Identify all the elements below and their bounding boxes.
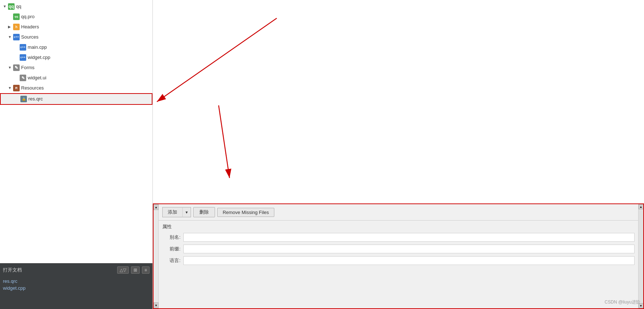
bottom-bar: 打开文档 △▽ ⊞ ≡: [0, 263, 152, 276]
doc-list: res.qrc widget.cpp: [0, 276, 152, 309]
resource-editor-inner: 添加 ▼ 删除 Remove Missing Files 属性 别名:: [159, 204, 638, 308]
icon-main-cpp: c++: [20, 44, 26, 51]
svg-line-2: [157, 18, 277, 102]
input-prefix[interactable]: [183, 245, 635, 253]
file-tree[interactable]: ▼ qq qq ▶ qq qq.pro ▶ h Headers ▼ c++ So…: [0, 0, 152, 263]
tree-label-forms: Forms: [21, 64, 35, 72]
delete-button[interactable]: 删除: [193, 207, 215, 217]
tree-item-resources[interactable]: ▼ R Resources: [0, 83, 152, 93]
resource-editor: ▲ ▼ 添加 ▼ 删除 Remove Missing Files 属性: [153, 203, 644, 309]
annotation-arrows: [153, 0, 644, 203]
tree-item-qq-pro[interactable]: ▶ qq qq.pro: [0, 12, 152, 22]
tree-label-widget-cpp: widget.cpp: [28, 54, 50, 62]
tree-item-sources[interactable]: ▼ c++ Sources: [0, 32, 152, 42]
right-scroll-up[interactable]: ▲: [639, 204, 644, 209]
properties-section: 属性 别名: 前缀: 语言:: [159, 221, 638, 271]
tree-arrow-forms: ▼: [8, 64, 13, 72]
label-prefix: 前缀:: [162, 246, 180, 252]
add-dropdown-arrow[interactable]: ▼: [182, 207, 191, 217]
main-content-area: [153, 0, 644, 203]
bottom-bar-add-btn[interactable]: ⊞: [131, 266, 140, 274]
tree-label-widget-ui: widget.ui: [28, 74, 46, 82]
icon-res-qrc: 🔒: [20, 96, 27, 102]
icon-pro: qq: [13, 13, 20, 20]
right-panel: ▲ ▼ 添加 ▼ 删除 Remove Missing Files 属性: [153, 0, 644, 309]
icon-sources-folder: c++: [13, 34, 20, 40]
label-alias: 别名:: [162, 234, 180, 241]
property-row-alias: 别名:: [162, 233, 635, 242]
tree-item-widget-cpp[interactable]: ▶ c++ widget.cpp: [0, 52, 152, 63]
tree-arrow-headers: ▶: [8, 23, 13, 31]
tree-label-resources: Resources: [21, 84, 44, 92]
tree-item-main-cpp[interactable]: ▶ c++ main.cpp: [0, 42, 152, 52]
tree-label-qq-pro: qq.pro: [21, 13, 35, 21]
tree-label-main-cpp: main.cpp: [28, 43, 47, 51]
tree-label-res-qrc: res.qrc: [28, 95, 43, 103]
bottom-bar-menu-btn[interactable]: ≡: [142, 266, 150, 274]
scroll-up-btn[interactable]: ▲: [154, 204, 159, 210]
icon-widget-cpp: c++: [20, 54, 26, 61]
add-button-wrapper: 添加 ▼: [162, 207, 191, 217]
svg-line-3: [219, 105, 230, 178]
watermark: CSDN @liuyu进阶: [605, 299, 640, 305]
input-alias[interactable]: [183, 233, 635, 242]
left-panel: ▼ qq qq ▶ qq qq.pro ▶ h Headers ▼ c++ So…: [0, 0, 153, 309]
input-language[interactable]: [183, 256, 635, 265]
icon-widget-ui: ✎: [20, 75, 26, 81]
tree-label-sources: Sources: [21, 33, 39, 41]
tree-label-headers: Headers: [21, 23, 39, 31]
properties-title: 属性: [162, 223, 635, 230]
icon-qq: qq: [8, 3, 15, 10]
bottom-bar-title: 打开文档: [3, 267, 117, 273]
tree-item-widget-ui[interactable]: ▶ ✎ widget.ui: [0, 73, 152, 83]
icon-resources-folder: R: [13, 85, 20, 91]
label-language: 语言:: [162, 257, 180, 264]
tree-arrow-qq: ▼: [3, 3, 8, 11]
property-row-language: 语言:: [162, 256, 635, 265]
tree-item-forms[interactable]: ▼ ✎ Forms: [0, 63, 152, 73]
tree-label-qq: qq: [16, 3, 21, 11]
bottom-bar-icons: △▽ ⊞ ≡: [117, 266, 150, 274]
add-button[interactable]: 添加: [162, 207, 182, 217]
right-scrollbar[interactable]: ▲ ▼: [638, 204, 643, 308]
bottom-bar-sort-btn[interactable]: △▽: [117, 266, 129, 274]
left-scrollbar[interactable]: ▲ ▼: [154, 204, 159, 308]
tree-item-qq[interactable]: ▼ qq qq: [0, 1, 152, 12]
tree-arrow-resources: ▼: [8, 84, 13, 92]
icon-forms-folder: ✎: [13, 64, 20, 71]
tree-item-res-qrc[interactable]: ▶ 🔒 res.qrc: [0, 93, 152, 105]
doc-list-item-res-qrc[interactable]: res.qrc: [3, 278, 150, 285]
scroll-down-btn[interactable]: ▼: [154, 302, 159, 308]
resource-toolbar: 添加 ▼ 删除 Remove Missing Files: [159, 204, 638, 221]
resource-editor-with-scroll: ▲ ▼ 添加 ▼ 删除 Remove Missing Files 属性: [154, 204, 643, 308]
tree-arrow-sources: ▼: [8, 33, 13, 41]
remove-missing-files-button[interactable]: Remove Missing Files: [217, 208, 274, 217]
tree-item-headers[interactable]: ▶ h Headers: [0, 22, 152, 32]
doc-list-item-widget-cpp[interactable]: widget.cpp: [3, 285, 150, 292]
icon-headers-folder: h: [13, 24, 20, 30]
property-row-prefix: 前缀:: [162, 245, 635, 253]
